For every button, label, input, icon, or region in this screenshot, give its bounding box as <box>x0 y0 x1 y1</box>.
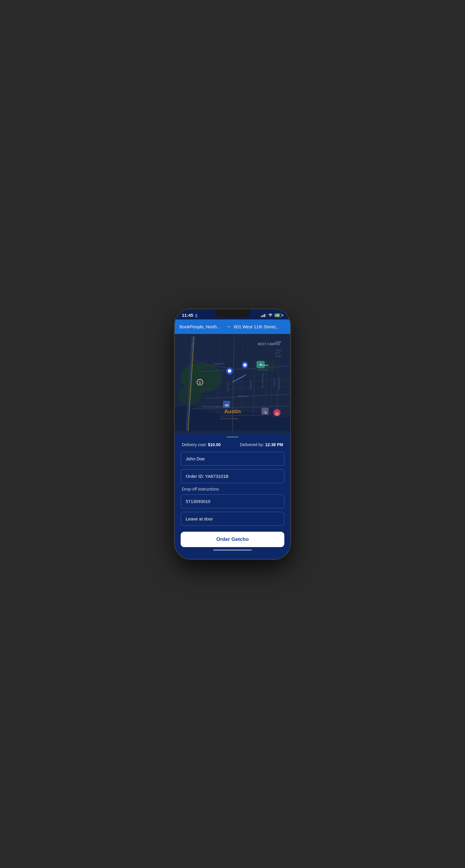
svg-point-35 <box>228 369 231 373</box>
svg-text:🏨: 🏨 <box>275 412 279 416</box>
home-indicator <box>213 550 252 551</box>
route-bar[interactable]: BookPeople, North.. → 601 West 11th Stre… <box>175 319 290 334</box>
bottom-sheet: Delivery cost: $10.00 Delivered by: 12:3… <box>175 433 290 559</box>
notch <box>215 309 250 317</box>
battery-icon: ⚡ <box>274 313 283 317</box>
svg-point-37 <box>243 364 246 367</box>
delivered-by: Delivered by: 12:38 PM <box>240 442 283 447</box>
svg-text:CEN: CEN <box>275 340 281 343</box>
recipient-name-value: John Doe <box>186 456 205 461</box>
phone-screen: 11:45 ⚡ <box>175 309 290 559</box>
svg-point-36 <box>243 379 246 380</box>
signal-icon <box>261 313 266 317</box>
delivery-cost: Delivery cost: $10.00 <box>182 442 221 447</box>
svg-text:W 15th St: W 15th St <box>258 368 268 371</box>
phone-device: 11:45 ⚡ <box>175 309 290 559</box>
status-time: 11:45 <box>182 313 198 318</box>
instructions-field[interactable]: Leave at door <box>181 512 284 526</box>
delivery-cost-label: Delivery cost: <box>182 442 207 447</box>
order-id-field[interactable]: Order ID: YA673101B <box>181 469 284 483</box>
status-icons: ⚡ <box>261 313 283 317</box>
svg-text:🚌: 🚌 <box>225 402 229 407</box>
person-icon <box>194 313 198 318</box>
map-background: WEST CAMPUS Enfield Rd W 15th St W 5th S… <box>175 334 290 433</box>
delivered-by-time: 12:38 PM <box>265 442 283 447</box>
route-to: 601 West 11th Street,.. <box>234 324 286 329</box>
svg-point-34 <box>228 386 231 388</box>
svg-text:Ann W. Richards: Ann W. Richards <box>221 417 238 420</box>
svg-text:W 5th St: W 5th St <box>238 395 248 398</box>
wifi-icon <box>268 313 273 317</box>
recipient-name-field[interactable]: John Doe <box>181 452 284 466</box>
svg-text:🎭: 🎭 <box>263 410 267 414</box>
svg-text:W Cesar Chavez St: W Cesar Chavez St <box>203 405 224 408</box>
clock: 11:45 <box>182 313 193 318</box>
svg-text:Lavaca St: Lavaca St <box>250 380 252 390</box>
map-container[interactable]: WEST CAMPUS Enfield Rd W 15th St W 5th S… <box>175 334 290 433</box>
phone-field[interactable]: 5713093010 <box>181 494 284 508</box>
instructions-value: Leave at door <box>186 516 213 521</box>
drop-off-label: Drop-off instructions <box>181 487 284 491</box>
delivery-info: Delivery cost: $10.00 Delivered by: 12:3… <box>181 442 284 447</box>
order-id-value: Order ID: YA673101B <box>186 474 229 479</box>
route-arrow-icon: → <box>225 323 231 330</box>
route-from: BookPeople, North.. <box>179 324 223 329</box>
svg-text:🏛: 🏛 <box>259 363 262 366</box>
svg-text:Enfield Rd: Enfield Rd <box>213 362 224 365</box>
status-bar: 11:45 ⚡ <box>175 309 290 319</box>
svg-text:Red River St: Red River St <box>278 378 280 390</box>
svg-text:1: 1 <box>199 381 201 384</box>
svg-text:Capitol: Capitol <box>262 364 269 367</box>
delivery-cost-value: $10.00 <box>208 442 221 447</box>
svg-text:OF T: OF T <box>275 352 281 354</box>
svg-text:Austin: Austin <box>224 408 241 414</box>
svg-text:UNIVE: UNIVE <box>275 349 282 351</box>
svg-text:AT AU: AT AU <box>275 355 281 357</box>
delivered-by-label: Delivered by: <box>240 442 264 447</box>
phone-value: 5713093010 <box>186 499 210 504</box>
drag-handle[interactable] <box>227 436 238 438</box>
order-getcho-button[interactable]: Order Getcho <box>181 532 284 547</box>
